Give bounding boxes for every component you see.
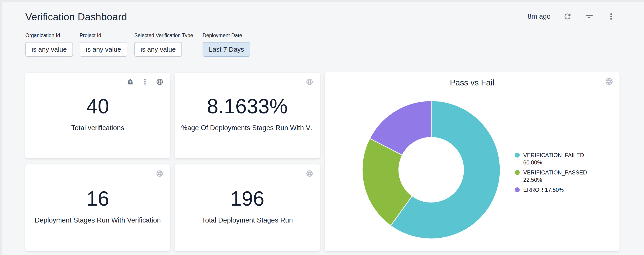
tile-toolbar	[605, 77, 613, 86]
stat-value: 196	[230, 188, 264, 209]
globe-icon	[156, 78, 164, 86]
explore-from-here-button[interactable]	[605, 77, 613, 86]
filter-project-id: Project Id is any value	[80, 33, 127, 57]
stat-label: Total verifications	[72, 124, 124, 132]
legend-label: VERIFICATION_PASSED 22.50%	[523, 169, 594, 184]
legend-label: VERIFICATION_FAILED 60.00%	[523, 152, 594, 166]
stat-value: 16	[86, 188, 109, 209]
filter-label: Organization Id	[25, 33, 73, 39]
filter-value-button[interactable]: is any value	[134, 42, 182, 57]
tile-total-verifications: 40 Total verifications	[25, 73, 170, 158]
filter-value-button[interactable]: is any value	[25, 42, 73, 57]
add-alert-bell-icon	[126, 78, 134, 86]
stat-body: 16 Deployment Stages Run With Verificati…	[25, 164, 170, 251]
refresh-icon	[563, 12, 572, 21]
filter-label: Selected Verification Type	[134, 33, 193, 39]
refresh-button[interactable]	[562, 12, 572, 21]
stat-value: 40	[86, 96, 109, 116]
tile-menu-button[interactable]	[141, 78, 149, 86]
filter-icon	[585, 12, 594, 21]
tile-toolbar	[156, 169, 164, 178]
explore-from-here-button[interactable]	[156, 169, 164, 178]
donut-chart-svg	[360, 99, 502, 241]
globe-icon	[156, 170, 164, 177]
last-updated-label: 8m ago	[528, 13, 550, 21]
tile-percentage-deployments-with-verification: 8.1633% %age Of Deployments Stages Run W…	[174, 73, 320, 158]
dashboard-filters-button[interactable]	[584, 12, 594, 21]
legend-dot	[515, 170, 520, 175]
globe-icon	[605, 77, 613, 86]
set-alert-button[interactable]	[126, 78, 134, 86]
tile-toolbar	[305, 78, 314, 86]
explore-from-here-button[interactable]	[156, 78, 164, 86]
stat-label: Total Deployment Stages Run	[202, 216, 293, 224]
stat-label: Deployment Stages Run With Verification	[35, 216, 161, 224]
donut-chart	[360, 99, 502, 241]
stat-body: 196 Total Deployment Stages Run	[174, 164, 320, 251]
legend-dot	[515, 153, 520, 158]
filter-value-button[interactable]: is any value	[80, 42, 127, 57]
tile-toolbar	[305, 169, 314, 178]
filter-label: Project Id	[80, 33, 127, 39]
legend-dot	[515, 187, 520, 192]
legend-item-verification_failed[interactable]: VERIFICATION_FAILED 60.00%	[515, 152, 610, 166]
tile-total-deployment-stages-run: 196 Total Deployment Stages Run	[174, 164, 320, 251]
tile-deployment-stages-run-with-verification: 16 Deployment Stages Run With Verificati…	[25, 164, 170, 251]
legend-item-verification_passed[interactable]: VERIFICATION_PASSED 22.50%	[515, 169, 610, 184]
filter-organization-id: Organization Id is any value	[25, 33, 73, 57]
legend-label: ERROR 17.50%	[523, 186, 564, 194]
globe-icon	[306, 170, 313, 177]
filter-selected-verification-type: Selected Verification Type is any value	[134, 33, 193, 57]
stat-label: %age Of Deployments Stages Run With V…	[181, 124, 313, 132]
filter-label: Deployment Date	[202, 33, 250, 39]
explore-from-here-button[interactable]	[305, 78, 314, 86]
globe-icon	[306, 78, 313, 86]
tile-toolbar	[126, 78, 164, 86]
legend-item-error[interactable]: ERROR 17.50%	[515, 186, 610, 194]
chart-title: Pass vs Fail	[325, 78, 620, 87]
verification-dashboard: Verification Dashboard 8m ago Organizati…	[0, 0, 644, 255]
explore-from-here-button[interactable]	[305, 169, 314, 178]
stat-value: 8.1633%	[207, 96, 288, 116]
dashboard-menu-button[interactable]	[606, 12, 616, 21]
filter-value-button[interactable]: Last 7 Days	[202, 42, 250, 57]
chart-legend: VERIFICATION_FAILED 60.00%VERIFICATION_P…	[515, 152, 610, 196]
header-actions: 8m ago	[528, 12, 616, 21]
page-title: Verification Dashboard	[25, 11, 127, 23]
kebab-menu-icon	[141, 78, 149, 86]
kebab-menu-icon	[607, 12, 616, 21]
stat-body: 8.1633% %age Of Deployments Stages Run W…	[174, 73, 320, 158]
filter-deployment-date: Deployment Date Last 7 Days	[202, 33, 250, 57]
tile-pass-vs-fail: Pass vs Fail VERIFICATION_FAILED 60.00%V…	[325, 72, 620, 251]
